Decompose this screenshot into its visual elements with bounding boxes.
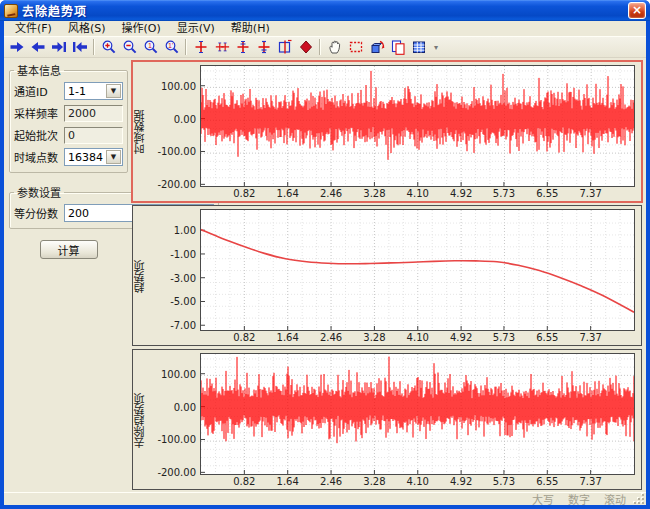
chart-detrended[interactable]: 去除趋势项 100.000.00-100.00-200.00 0.821.642… [132, 349, 642, 490]
toolbar-cursor-valley-icon[interactable] [253, 38, 274, 57]
basic-info-title: 基本信息 [14, 62, 64, 78]
toolbar-zoom-out-icon[interactable] [119, 38, 140, 57]
x-tick-label: 6.55 [536, 332, 558, 343]
status-num: 数字 [568, 491, 590, 507]
app-window: 去除趋势项 × 文件(F) 风格(S) 操作(O) 显示(V) 帮助(H) 11… [0, 0, 650, 509]
status-caps: 大写 [532, 491, 554, 507]
channel-id-value: 1-1 [68, 85, 86, 98]
y-tick-label: 0.00 [174, 401, 196, 412]
toolbar-list-cursor-icon[interactable] [274, 38, 295, 57]
chart-yticks: 100.000.00-100.00-200.00 [148, 65, 200, 200]
chart-yticks: 1.00-1.00-3.00-5.00-7.00 [148, 209, 200, 344]
x-tick-label: 3.28 [363, 476, 385, 487]
x-tick-label: 7.37 [580, 188, 602, 199]
x-tick-label: 4.92 [450, 332, 472, 343]
x-tick-label: 4.10 [407, 332, 429, 343]
toolbar-zoom-full-icon[interactable]: 1' [161, 38, 182, 57]
start-batch-label: 起始批次 [14, 127, 64, 143]
toolbar-pan-hand-icon[interactable] [324, 38, 345, 57]
chart-xticks: 0.821.642.463.284.104.925.736.557.37 [200, 331, 635, 344]
y-tick-label: -200.00 [157, 179, 196, 190]
x-tick-label: 5.73 [493, 332, 515, 343]
x-tick-label: 4.10 [407, 188, 429, 199]
chart-ylabel: 趋势项 [134, 209, 148, 344]
y-tick-label: -100.00 [157, 146, 196, 157]
toolbar-zoom-in-icon[interactable] [98, 38, 119, 57]
x-tick-label: 3.28 [363, 188, 385, 199]
toolbar-data-grid-icon[interactable] [408, 38, 429, 57]
sample-rate-label: 采样频率 [14, 105, 64, 121]
y-tick-label: 100.00 [161, 368, 196, 379]
toolbar-nav-next-icon[interactable] [6, 38, 27, 57]
toolbar-separator [185, 39, 187, 55]
title-bar[interactable]: 去除趋势项 × [0, 0, 650, 21]
segments-label: 等分份数 [14, 205, 64, 221]
window-title: 去除趋势项 [22, 2, 628, 19]
y-tick-label: 100.00 [161, 80, 196, 91]
toolbar-nav-last-icon[interactable] [48, 38, 69, 57]
toolbar-rotate-3d-icon[interactable] [366, 38, 387, 57]
points-label: 时域点数 [14, 149, 64, 165]
x-tick-label: 6.55 [536, 188, 558, 199]
toolbar-zoom-rect-icon[interactable] [345, 38, 366, 57]
menu-file[interactable]: 文件(F) [7, 21, 60, 36]
x-tick-label: 5.73 [493, 476, 515, 487]
svg-text:1: 1 [148, 42, 152, 49]
chart-time-domain[interactable]: 时域数据 100.000.00-100.00-200.00 0.821.642.… [132, 61, 642, 202]
points-value: 16384 [68, 151, 103, 164]
chart-yticks: 100.000.00-100.00-200.00 [148, 353, 200, 488]
toolbar-cursor-peak-icon[interactable] [232, 38, 253, 57]
x-tick-label: 5.73 [493, 188, 515, 199]
menu-view[interactable]: 显示(V) [169, 21, 223, 36]
resize-grip[interactable] [634, 494, 644, 504]
chevron-down-icon[interactable]: ▼ [106, 150, 121, 164]
y-tick-label: -5.00 [170, 296, 196, 307]
y-tick-label: -3.00 [170, 272, 196, 283]
x-tick-label: 1.64 [277, 476, 299, 487]
x-tick-label: 0.82 [233, 476, 255, 487]
menu-style[interactable]: 风格(S) [60, 21, 114, 36]
toolbar-cursor-single-icon[interactable] [190, 38, 211, 57]
toolbar-diamond-marker-icon[interactable] [295, 38, 316, 57]
menu-help[interactable]: 帮助(H) [223, 21, 278, 36]
y-tick-label: -100.00 [157, 434, 196, 445]
toolbar-copy-pages-icon[interactable] [387, 38, 408, 57]
toolbar-zoom-one-icon[interactable]: 1 [140, 38, 161, 57]
window-body: 文件(F) 风格(S) 操作(O) 显示(V) 帮助(H) 11'▾ 基本信息 … [4, 21, 646, 505]
toolbar-overflow-chevron[interactable]: ▾ [431, 43, 441, 52]
x-tick-label: 1.64 [277, 188, 299, 199]
y-tick-label: -7.00 [170, 320, 196, 331]
x-tick-label: 3.28 [363, 332, 385, 343]
toolbar-cursor-double-icon[interactable] [211, 38, 232, 57]
chart-trend[interactable]: 趋势项 1.00-1.00-3.00-5.00-7.00 0.821.642.4… [132, 205, 642, 346]
toolbar-separator [319, 39, 321, 55]
svg-text:1': 1' [168, 42, 173, 49]
chart-plot [200, 353, 635, 475]
x-tick-label: 2.46 [320, 188, 342, 199]
calculate-button[interactable]: 计算 [40, 240, 98, 259]
y-tick-label: -1.00 [170, 248, 196, 259]
menu-operate[interactable]: 操作(O) [114, 21, 169, 36]
start-batch-field: 0 [64, 127, 123, 144]
channel-id-combo[interactable]: 1-1 ▼ [64, 82, 123, 100]
main-content: 基本信息 通道ID 1-1 ▼ 采样频率 2000 起始批次 [4, 58, 646, 492]
channel-id-label: 通道ID [14, 83, 64, 99]
basic-info-group: 基本信息 通道ID 1-1 ▼ 采样频率 2000 起始批次 [9, 62, 128, 173]
y-tick-label: 0.00 [174, 113, 196, 124]
menu-bar: 文件(F) 风格(S) 操作(O) 显示(V) 帮助(H) [4, 21, 646, 36]
app-icon [4, 4, 18, 18]
close-button[interactable]: × [628, 2, 646, 19]
toolbar-nav-prev-icon[interactable] [27, 38, 48, 57]
chart-xticks: 0.821.642.463.284.104.925.736.557.37 [200, 475, 635, 488]
chevron-down-icon[interactable]: ▼ [106, 84, 121, 98]
chart-plot [200, 209, 635, 331]
points-combo[interactable]: 16384 ▼ [64, 148, 123, 166]
status-bar: 大写 数字 滚动 [4, 492, 646, 505]
param-group-title: 参数设置 [14, 184, 64, 200]
settings-panel: 基本信息 通道ID 1-1 ▼ 采样频率 2000 起始批次 [4, 58, 130, 492]
x-tick-label: 4.92 [450, 188, 472, 199]
x-tick-label: 0.82 [233, 188, 255, 199]
toolbar-nav-first-icon[interactable] [69, 38, 90, 57]
x-tick-label: 1.64 [277, 332, 299, 343]
x-tick-label: 0.82 [233, 332, 255, 343]
